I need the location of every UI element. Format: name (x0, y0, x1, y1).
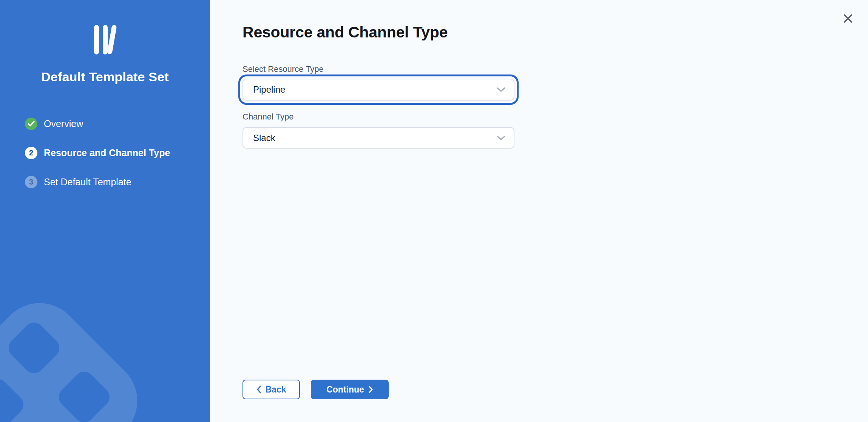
step-resource-and-channel-type[interactable]: 2 Resource and Channel Type (25, 147, 210, 159)
wizard-actions: Back Continue (242, 380, 389, 399)
chevron-left-icon (256, 385, 261, 394)
resource-type-select[interactable]: Pipeline (242, 79, 514, 101)
brand-logo (0, 25, 210, 55)
check-icon (25, 118, 37, 130)
channel-type-field: Channel Type Slack (242, 112, 514, 149)
brand-title: Default Template Set (0, 70, 210, 84)
step-number-badge: 3 (25, 176, 37, 188)
page-title: Resource and Channel Type (242, 23, 868, 42)
chevron-down-icon (497, 87, 505, 92)
step-number-badge: 2 (25, 147, 37, 159)
chevron-down-icon (497, 135, 505, 141)
continue-button-label: Continue (326, 385, 364, 395)
wizard-modal: Default Template Set Overview 2 Resource… (0, 0, 868, 422)
resource-type-field: Select Resource Type Pipeline (242, 64, 514, 101)
logo-bar-slanted (107, 25, 117, 54)
channel-type-value: Slack (253, 133, 275, 143)
channel-type-label: Channel Type (242, 112, 514, 122)
step-set-default-template[interactable]: 3 Set Default Template (25, 176, 210, 188)
wizard-steps: Overview 2 Resource and Channel Type 3 S… (0, 118, 210, 188)
resource-type-value: Pipeline (253, 84, 285, 95)
step-label: Overview (44, 118, 83, 130)
wizard-sidebar: Default Template Set Overview 2 Resource… (0, 0, 210, 422)
wizard-content: Resource and Channel Type Select Resourc… (210, 0, 868, 422)
close-icon (842, 13, 854, 24)
step-label: Set Default Template (44, 176, 131, 188)
step-overview[interactable]: Overview (25, 118, 210, 130)
back-button-label: Back (266, 385, 286, 395)
back-button[interactable]: Back (242, 380, 300, 399)
close-button[interactable] (839, 10, 857, 27)
channel-type-select[interactable]: Slack (242, 127, 514, 149)
logo-bar (94, 25, 99, 54)
chevron-right-icon (368, 385, 373, 394)
continue-button[interactable]: Continue (311, 380, 389, 399)
resource-type-label: Select Resource Type (242, 64, 514, 74)
step-label: Resource and Channel Type (44, 147, 170, 159)
logo-bar (103, 25, 108, 54)
